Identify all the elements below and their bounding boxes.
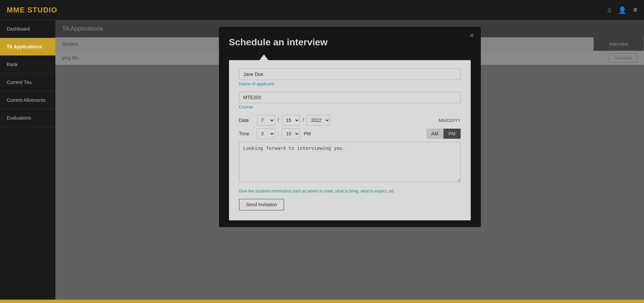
schedule-interview-modal: × Schedule an interview Name of applican… <box>219 27 481 227</box>
time-minute-select[interactable]: 10 00051520 25303540 455055 <box>282 128 300 139</box>
date-sep-1: / <box>278 117 279 123</box>
home-icon[interactable]: ⌂ <box>607 6 611 14</box>
modal-overlay: × Schedule an interview Name of applican… <box>55 20 644 300</box>
menu-icon[interactable]: ≡ <box>633 6 637 14</box>
date-row: Date 7 1234 5689 101112 / 15 1234 5678 <box>239 115 461 126</box>
send-invitation-button[interactable]: Send Invitation <box>239 199 284 210</box>
modal-title: Schedule an interview <box>229 37 471 48</box>
modal-pointer <box>259 54 269 60</box>
sidebar-item-current-tas[interactable]: Current TAs <box>0 74 55 91</box>
am-pm-toggle: AM PM <box>426 129 461 139</box>
time-colon: : <box>278 131 279 137</box>
date-format-hint: MM/DD/YY <box>439 118 461 123</box>
am-button[interactable]: AM <box>426 129 444 139</box>
date-day-select[interactable]: 15 1234 5678 9101112 13141617 181920 <box>282 115 300 126</box>
pm-button[interactable]: PM <box>444 129 461 139</box>
time-meridiem-display: PM <box>304 131 311 136</box>
sidebar-item-rank[interactable]: Rank <box>0 56 55 74</box>
time-label: Time <box>239 131 254 136</box>
course-label: Course <box>239 104 461 110</box>
time-row: Time 3 1245 6789 101112 : 10 00051520 25… <box>239 128 461 139</box>
message-group: Looking forward to interviewing you. <box>239 142 461 183</box>
date-sep-2: / <box>303 117 304 123</box>
sidebar: Dashboard TA Applications Rank Current T… <box>0 20 55 300</box>
time-hour-select[interactable]: 3 1245 6789 101112 <box>257 128 275 139</box>
applicant-name-input[interactable] <box>239 69 461 80</box>
course-group: Course <box>239 92 461 110</box>
message-hint: Give the students information such as wh… <box>239 189 461 193</box>
applicant-name-group: Name of applicant <box>239 69 461 86</box>
footer-bar <box>0 300 644 303</box>
date-year-select[interactable]: 2022 20212023 <box>307 115 330 126</box>
sidebar-item-ta-applications[interactable]: TA Applications <box>0 38 55 56</box>
date-month-select[interactable]: 7 1234 5689 101112 <box>257 115 275 126</box>
modal-inner: Name of applicant Course Date 7 1234 568 <box>229 60 471 220</box>
user-icon[interactable]: 👤 <box>618 6 627 14</box>
applicant-name-label: Name of applicant <box>239 81 461 86</box>
modal-close-button[interactable]: × <box>470 32 474 39</box>
sidebar-item-current-allotments[interactable]: Current Allotments <box>0 91 55 109</box>
course-input[interactable] <box>239 92 461 103</box>
sidebar-item-evaluations[interactable]: Evaluations <box>0 109 55 127</box>
sidebar-item-dashboard[interactable]: Dashboard <box>0 20 55 38</box>
content-area: TA Applications Student Interview ying W… <box>55 20 644 300</box>
app-title: MME STUDIO <box>7 6 57 14</box>
date-label: Date <box>239 118 254 123</box>
message-textarea[interactable]: Looking forward to interviewing you. <box>239 142 461 182</box>
